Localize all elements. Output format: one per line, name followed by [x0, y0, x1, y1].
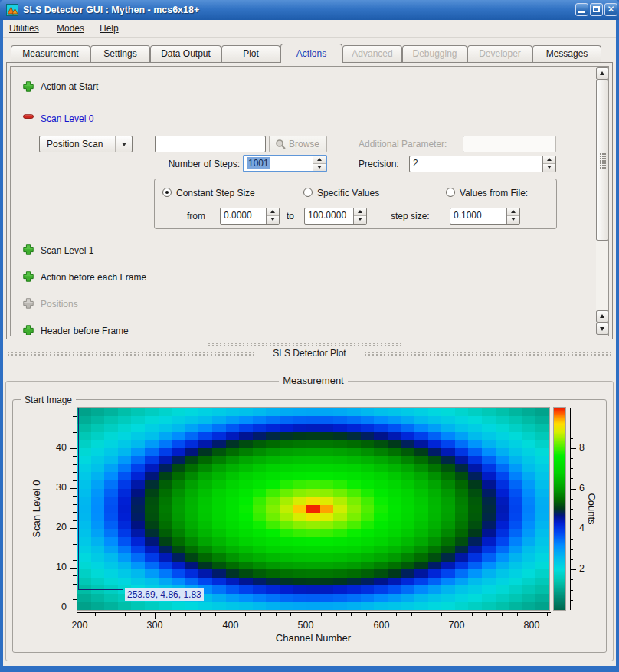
spin-buttons[interactable]: [353, 208, 366, 224]
number-of-steps-value[interactable]: 1001: [247, 157, 270, 169]
tick: [427, 613, 427, 616]
tick: [570, 448, 576, 449]
from-spinbox[interactable]: 0.0000: [220, 208, 280, 225]
constant-step-size-radio[interactable]: [162, 188, 172, 197]
tick: [570, 428, 573, 428]
menu-modes[interactable]: Modes: [57, 22, 84, 34]
from-value[interactable]: 0.0000: [224, 208, 252, 224]
from-label: from: [187, 210, 205, 222]
spin-buttons[interactable]: [542, 156, 555, 172]
scrollbar-thumb[interactable]: [596, 80, 608, 241]
minimize-button[interactable]: [575, 3, 588, 16]
vertical-scrollbar[interactable]: [596, 67, 608, 335]
to-value[interactable]: 100.0000: [308, 208, 346, 224]
tick: [70, 528, 77, 529]
tick-label: 500: [290, 620, 321, 631]
expand-plus-icon[interactable]: [22, 270, 34, 283]
specific-values-label[interactable]: Specific Values: [317, 187, 379, 199]
tab-debugging: Debugging: [402, 45, 467, 62]
spin-buttons[interactable]: [506, 208, 519, 224]
scan-level-0-label[interactable]: Scan Level 0: [41, 113, 93, 125]
precision-spinbox[interactable]: 2: [409, 156, 556, 172]
specific-values-radio[interactable]: [303, 188, 313, 197]
scroll-down-button[interactable]: [596, 323, 608, 335]
spin-down-button[interactable]: [507, 216, 519, 224]
tab-data-output[interactable]: Data Output: [150, 45, 221, 62]
tab-plot[interactable]: Plot: [221, 45, 280, 62]
tick: [185, 613, 186, 616]
step-size-value[interactable]: 0.1000: [454, 208, 482, 224]
tick: [321, 613, 322, 616]
combo-arrow-area[interactable]: [115, 136, 132, 152]
spin-down-button[interactable]: [354, 216, 366, 224]
splitter-texture-left[interactable]: [8, 352, 254, 356]
expand-plus-icon[interactable]: [22, 324, 34, 335]
tab-measurement[interactable]: Measurement: [11, 45, 90, 62]
tick-label: 200: [64, 620, 95, 631]
spin-buttons[interactable]: [313, 156, 326, 171]
tab-messages[interactable]: Messages: [532, 45, 601, 62]
additional-parameter-label: Additional Parameter:: [359, 138, 447, 150]
spin-down-button[interactable]: [313, 164, 326, 172]
scan-level-1-label[interactable]: Scan Level 1: [41, 244, 93, 257]
tick: [95, 613, 96, 616]
tab-actions[interactable]: Actions: [280, 44, 342, 63]
tick: [110, 613, 110, 616]
tick-label: 30: [36, 482, 67, 493]
tick: [245, 613, 246, 616]
header-before-frame-label[interactable]: Header before Frame: [41, 325, 129, 335]
menu-help[interactable]: Help: [100, 22, 119, 34]
tick: [570, 489, 576, 490]
tick: [70, 608, 77, 608]
step-size-spinbox[interactable]: 0.1000: [450, 208, 520, 225]
spin-up-button[interactable]: [507, 208, 519, 216]
heatmap-canvas[interactable]: [77, 408, 549, 610]
expand-plus-icon[interactable]: [22, 244, 34, 256]
tick: [336, 613, 337, 616]
maximize-button[interactable]: [590, 3, 603, 16]
splitter-handle[interactable]: [208, 343, 404, 347]
action-at-start-label[interactable]: Action at Start: [41, 80, 98, 93]
precision-value[interactable]: 2: [413, 156, 418, 172]
tick: [70, 448, 77, 449]
to-spinbox[interactable]: 100.0000: [304, 208, 367, 225]
tick: [231, 613, 231, 619]
spin-up-button[interactable]: [543, 156, 555, 164]
scan-mode-combobox[interactable]: Position Scan: [39, 136, 133, 152]
spin-down-button[interactable]: [267, 216, 279, 224]
application-window: SLS Detector GUI : Mythen - mcs6x18+ ✕ U…: [0, 0, 619, 672]
browse-button: Browse: [269, 136, 327, 152]
tick-label: 400: [215, 620, 246, 631]
values-from-file-label[interactable]: Values from File:: [460, 187, 528, 199]
spin-buttons[interactable]: [266, 208, 279, 224]
values-from-file-radio[interactable]: [446, 188, 455, 197]
scan-script-input[interactable]: [155, 136, 266, 152]
splitter-texture-right[interactable]: [365, 352, 611, 356]
heatmap-plot[interactable]: [77, 407, 550, 611]
scroll-up-button[interactable]: [596, 67, 608, 80]
tick: [570, 529, 576, 529]
expand-plus-icon-disabled: [22, 297, 34, 310]
tick-label: 20: [36, 522, 67, 533]
tick: [170, 613, 171, 616]
tick-label: 800: [516, 620, 547, 631]
tab-settings[interactable]: Settings: [90, 45, 150, 62]
spin-down-button[interactable]: [543, 164, 555, 172]
close-button[interactable]: ✕: [604, 3, 617, 16]
title-bar[interactable]: SLS Detector GUI : Mythen - mcs6x18+ ✕: [0, 0, 619, 20]
number-of-steps-spinbox[interactable]: 1001: [243, 155, 327, 172]
collapse-minus-icon[interactable]: [22, 110, 34, 123]
spin-up-button[interactable]: [267, 208, 279, 216]
constant-step-size-label[interactable]: Constant Step Size: [176, 187, 255, 199]
spin-up-button[interactable]: [354, 208, 366, 216]
scroll-up-button-2[interactable]: [596, 310, 608, 323]
expand-plus-icon[interactable]: [22, 80, 34, 93]
tick: [125, 613, 126, 616]
menu-utilities[interactable]: Utilities: [9, 22, 39, 34]
action-before-each-frame-label[interactable]: Action before each Frame: [41, 271, 146, 284]
up-arrow-icon: [358, 210, 362, 213]
spin-up-button[interactable]: [313, 156, 326, 164]
tick: [276, 613, 277, 616]
up-arrow-icon: [600, 71, 604, 75]
tick: [486, 613, 487, 616]
